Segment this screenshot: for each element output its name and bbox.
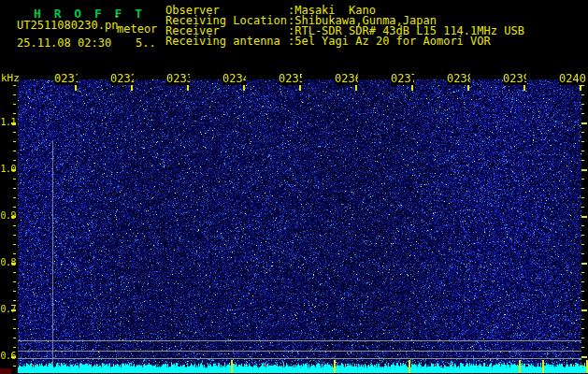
- long-echo-trace: [52, 140, 53, 366]
- tick-mark: [581, 94, 584, 95]
- info-label: Receiving antenna: [165, 36, 280, 48]
- tick-mark: [13, 281, 16, 282]
- echo-marker: [542, 360, 544, 373]
- tick-mark: [13, 132, 16, 133]
- echo-marker: [231, 360, 233, 373]
- tick-mark: [11, 309, 16, 311]
- tick-mark: [11, 263, 16, 265]
- tick-mark: [13, 319, 16, 320]
- tick-mark: [581, 216, 587, 218]
- tick-mark: [581, 104, 584, 105]
- tick-mark: [13, 197, 16, 198]
- tick-mark: [13, 94, 16, 95]
- tick-mark: [581, 151, 584, 151]
- tick-mark: [581, 281, 584, 282]
- tick-mark: [581, 338, 584, 338]
- tick-mark: [581, 235, 584, 236]
- tick-mark: [13, 235, 16, 236]
- tick-mark: [581, 309, 587, 311]
- tick-mark: [13, 188, 16, 189]
- tick-mark: [581, 291, 584, 292]
- tick-mark: [467, 85, 469, 91]
- tick-mark: [75, 85, 77, 91]
- tick-mark: [581, 197, 584, 198]
- tick-mark: [355, 85, 357, 91]
- tick-mark: [581, 132, 584, 133]
- tick-mark: [581, 169, 587, 171]
- tick-mark: [581, 328, 584, 329]
- tick-mark: [581, 244, 584, 245]
- tick-mark: [243, 85, 245, 91]
- echo-marker: [409, 360, 410, 373]
- tick-mark: [13, 338, 16, 338]
- bottom-left-level-patch: [0, 368, 11, 374]
- tick-mark: [581, 207, 584, 208]
- tick-mark: [11, 169, 16, 171]
- tick-mark: [13, 160, 16, 161]
- tick-mark: [581, 113, 584, 114]
- x-axis-time-label: 0235: [279, 73, 302, 85]
- tick-mark: [187, 85, 189, 91]
- tick-mark: [581, 85, 584, 86]
- tick-mark: [523, 85, 525, 91]
- spectrogram-canvas: [18, 79, 588, 374]
- tick-mark: [13, 85, 16, 86]
- tick-mark: [581, 122, 587, 124]
- tick-mark: [581, 300, 584, 301]
- x-axis-time-label: 0236: [335, 73, 358, 85]
- x-axis-time-label: 0231: [54, 73, 78, 85]
- tick-mark: [13, 291, 16, 292]
- tick-mark: [13, 113, 16, 114]
- meteor-label: meteor: [117, 23, 157, 36]
- x-axis-time-label: 0237: [391, 73, 414, 85]
- tick-mark: [13, 300, 16, 301]
- tick-mark: [13, 253, 16, 254]
- tick-mark: [581, 272, 584, 273]
- tick-mark: [581, 319, 584, 320]
- tick-mark: [13, 272, 16, 273]
- echo-marker: [334, 360, 336, 373]
- reference-line: [18, 358, 581, 359]
- tick-mark: [581, 263, 587, 265]
- tick-mark: [11, 356, 16, 358]
- tick-mark: [13, 207, 16, 208]
- tick-mark: [581, 253, 584, 254]
- x-axis-time-label: 0238: [447, 73, 470, 85]
- tick-mark: [13, 225, 16, 226]
- tick-mark: [581, 366, 584, 367]
- echo-counter: 5..: [136, 37, 156, 50]
- x-axis-time-label: 0240: [559, 73, 588, 85]
- tick-mark: [131, 85, 133, 91]
- tick-mark: [13, 347, 16, 348]
- x-axis-time-label: 0233: [166, 73, 190, 85]
- tick-mark: [13, 366, 16, 367]
- tick-mark: [11, 216, 16, 218]
- tick-mark: [581, 160, 584, 161]
- tick-mark: [13, 104, 16, 105]
- x-axis-time-label: 0239: [503, 73, 526, 85]
- reference-line: [18, 351, 581, 352]
- hrofft-window: H R O F F T UT2511080230.pn ¨ meteor 25.…: [0, 0, 588, 374]
- tick-mark: [580, 85, 581, 91]
- echo-marker: [519, 360, 521, 373]
- tick-mark: [13, 244, 16, 245]
- tick-mark: [13, 328, 16, 329]
- tick-mark: [581, 356, 587, 358]
- tick-mark: [13, 179, 16, 180]
- reference-line: [18, 340, 581, 341]
- x-axis-time-label: 0234: [222, 73, 246, 85]
- x-axis-time-label: 0232: [110, 73, 134, 85]
- info-value: :5el Yagi Az 20 for Aomori VOR: [288, 36, 491, 48]
- tick-mark: [581, 179, 584, 180]
- output-filename: UT2511080230.pn: [17, 20, 118, 32]
- tick-mark: [11, 122, 16, 124]
- tick-mark: [581, 141, 584, 142]
- tick-mark: [411, 85, 413, 91]
- tick-mark: [13, 151, 16, 151]
- y-axis-unit: kHz: [1, 72, 20, 84]
- tick-mark: [13, 141, 16, 142]
- tick-mark: [581, 225, 584, 226]
- observation-datetime: 25.11.08 02:30: [17, 37, 111, 50]
- tick-mark: [581, 347, 584, 348]
- tick-mark: [299, 85, 301, 91]
